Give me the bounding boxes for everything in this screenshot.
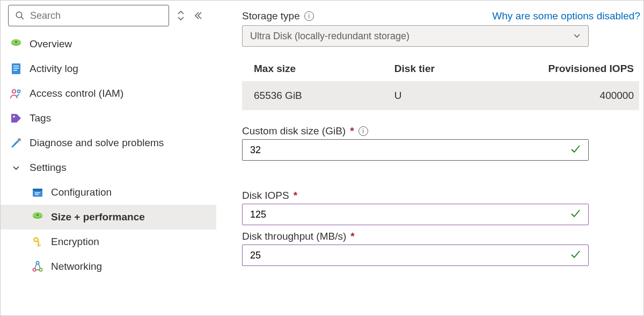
tier-table: Max size Disk tier Provisioned IOPS 6553… xyxy=(242,56,639,110)
col-provisioned-iops: Provisioned IOPS xyxy=(540,63,639,75)
sidebar-item-overview[interactable]: Overview xyxy=(1,32,216,56)
svg-rect-16 xyxy=(35,194,39,195)
disk-throughput-input-wrap[interactable] xyxy=(242,245,589,266)
svg-rect-5 xyxy=(12,63,20,74)
svg-line-1 xyxy=(21,17,24,19)
sidebar-item-tags[interactable]: Tags xyxy=(1,106,216,131)
sidebar-item-label: Overview xyxy=(30,38,72,50)
custom-disk-size-label: Custom disk size (GiB) xyxy=(242,125,346,137)
disk-icon xyxy=(10,38,22,50)
search-input-wrap[interactable] xyxy=(8,5,169,26)
tool-icon xyxy=(10,137,22,149)
check-icon xyxy=(570,208,581,221)
tag-icon xyxy=(10,112,22,124)
info-icon[interactable]: i xyxy=(358,126,368,136)
iam-icon xyxy=(10,88,22,99)
sidebar: Overview Activity log Access control (IA… xyxy=(1,1,216,315)
col-disk-tier: Disk tier xyxy=(394,63,540,75)
search-icon xyxy=(14,10,26,21)
custom-disk-size-input[interactable] xyxy=(250,145,547,156)
svg-point-4 xyxy=(15,41,17,43)
info-icon[interactable]: i xyxy=(304,11,314,21)
sidebar-subitem-label: Size + performance xyxy=(51,211,145,223)
svg-rect-13 xyxy=(33,190,42,197)
sidebar-subitem-encryption[interactable]: Encryption xyxy=(1,229,216,254)
custom-disk-size-input-wrap[interactable] xyxy=(242,139,589,161)
main-panel: Storage type i Why are some options disa… xyxy=(216,1,643,315)
chevron-down-icon xyxy=(573,31,581,42)
check-icon xyxy=(570,143,581,157)
svg-point-11 xyxy=(13,116,15,118)
svg-rect-15 xyxy=(35,192,40,193)
sidebar-item-label: Tags xyxy=(30,112,51,124)
sidebar-subitem-configuration[interactable]: Configuration xyxy=(1,180,216,205)
storage-type-label: Storage type xyxy=(242,10,300,22)
svg-point-24 xyxy=(36,261,39,264)
storage-type-value: Ultra Disk (locally-redundant storage) xyxy=(250,31,409,42)
disk-iops-input[interactable] xyxy=(250,209,547,220)
disk-iops-label: Disk IOPS xyxy=(242,190,289,202)
table-row[interactable]: 65536 GiB U 400000 xyxy=(242,81,639,110)
disk-iops-input-wrap[interactable] xyxy=(242,204,589,225)
svg-point-0 xyxy=(16,12,22,18)
search-input[interactable] xyxy=(30,10,163,21)
svg-point-9 xyxy=(12,90,16,93)
disk-throughput-label: Disk throughput (MB/s) xyxy=(242,231,346,242)
sidebar-item-diagnose[interactable]: Diagnose and solve problems xyxy=(1,131,216,155)
table-header-row: Max size Disk tier Provisioned IOPS xyxy=(242,56,639,81)
sidebar-subitem-label: Networking xyxy=(51,261,102,272)
cell-provisioned-iops: 400000 xyxy=(540,90,639,102)
sidebar-subitem-size-performance[interactable]: Size + performance xyxy=(1,205,216,229)
config-icon xyxy=(32,186,43,198)
sort-icon[interactable] xyxy=(175,10,186,21)
network-icon xyxy=(32,261,43,272)
disk-throughput-input[interactable] xyxy=(250,250,547,261)
svg-rect-23 xyxy=(38,245,41,246)
svg-rect-6 xyxy=(13,66,19,67)
svg-rect-14 xyxy=(33,189,42,191)
sidebar-item-access-control[interactable]: Access control (IAM) xyxy=(1,81,216,106)
sidebar-section-label: Settings xyxy=(30,162,67,174)
collapse-icon[interactable] xyxy=(193,10,203,21)
required-mark: * xyxy=(350,231,354,242)
storage-type-select[interactable]: Ultra Disk (locally-redundant storage) xyxy=(242,25,589,47)
chevron-down-icon xyxy=(10,162,22,174)
log-icon xyxy=(10,63,22,75)
key-icon xyxy=(32,236,43,248)
svg-point-12 xyxy=(18,138,21,141)
cell-disk-tier: U xyxy=(394,90,540,102)
svg-point-21 xyxy=(35,239,37,241)
sidebar-subitem-networking[interactable]: Networking xyxy=(1,254,216,279)
required-mark: * xyxy=(294,190,297,202)
sidebar-item-activity-log[interactable]: Activity log xyxy=(1,56,216,81)
disk-icon xyxy=(32,211,43,223)
col-max-size: Max size xyxy=(254,63,394,75)
check-icon xyxy=(570,249,581,262)
sidebar-section-settings[interactable]: Settings xyxy=(1,155,216,180)
svg-rect-8 xyxy=(13,70,17,71)
required-mark: * xyxy=(350,125,354,137)
sidebar-item-label: Access control (IAM) xyxy=(30,88,123,99)
sidebar-subitem-label: Encryption xyxy=(51,236,99,248)
svg-rect-7 xyxy=(13,68,19,69)
svg-point-19 xyxy=(36,214,39,216)
svg-point-10 xyxy=(18,90,20,93)
sidebar-item-label: Activity log xyxy=(30,63,78,75)
cell-max-size: 65536 GiB xyxy=(254,90,394,102)
sidebar-subitem-label: Configuration xyxy=(51,186,112,198)
sidebar-item-label: Diagnose and solve problems xyxy=(30,137,164,149)
disabled-options-link[interactable]: Why are some options disabled? xyxy=(492,10,640,22)
